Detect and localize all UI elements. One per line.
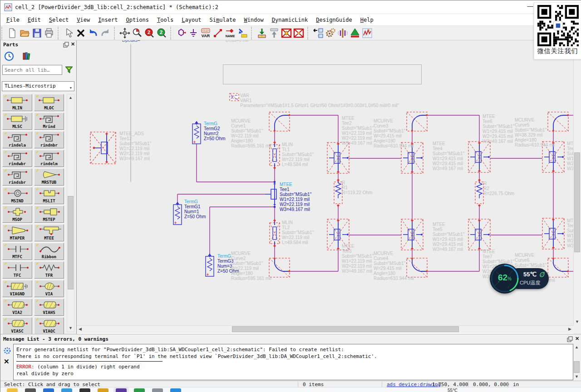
part-viaqc[interactable]: VIAQC: [34, 317, 64, 334]
scroll-up-icon[interactable]: ▲: [573, 344, 580, 351]
component-tee12[interactable]: [90, 132, 116, 164]
pop-out-button[interactable]: [268, 27, 280, 39]
component-curve1[interactable]: [269, 112, 290, 132]
part-mtfc[interactable]: MTFC: [2, 243, 32, 260]
schematic-to-layout-button[interactable]: [312, 27, 324, 39]
undo-button[interactable]: [87, 27, 99, 39]
menu-dynamiclink[interactable]: DynamicLink: [268, 15, 312, 24]
part-mloc[interactable]: MLOC: [34, 94, 64, 111]
component-label[interactable]: TermGTermG2Num=2Z=50 Ohm: [204, 121, 226, 141]
taskbar-app-circle-icon[interactable]: [61, 388, 72, 392]
part-msind[interactable]: MSIND: [2, 187, 32, 204]
new-button[interactable]: [6, 27, 18, 39]
simulate-button[interactable]: [349, 27, 361, 39]
component-tee7[interactable]: [468, 219, 490, 250]
part-rindela[interactable]: rindela: [2, 131, 32, 148]
taskbar-app-amber-icon[interactable]: [98, 388, 108, 392]
component-termg2[interactable]: [192, 121, 201, 144]
menu-help[interactable]: Help: [356, 15, 378, 24]
part-rindnbr[interactable]: rindnbr: [34, 131, 64, 148]
clear-messages-icon[interactable]: ✕: [4, 358, 11, 365]
cpu-monitor-widget[interactable]: 55℃ CPU温度 62%: [490, 264, 573, 295]
menu-window[interactable]: Window: [240, 15, 267, 24]
part-mtee[interactable]: MTEE: [34, 224, 64, 241]
component-label[interactable]: MLINTL1Subst="MSub1"W=22.119 milL=49.584…: [282, 142, 314, 167]
message-scrollbar[interactable]: ▲ ▼: [573, 344, 581, 380]
component-label[interactable]: MTEETee1Subst="MSub1"W1=22.119 milW2=22.…: [280, 182, 311, 212]
open-button[interactable]: [18, 27, 30, 39]
component-label[interactable]: MCURVECurve5Subst="MSub1"W=38.329 milAng…: [515, 118, 555, 147]
scroll-right-icon[interactable]: ▶: [566, 326, 573, 333]
scroll-down-icon[interactable]: ▼: [574, 318, 581, 325]
wire-button[interactable]: [212, 27, 224, 39]
close-panel-icon[interactable]: ✕: [574, 336, 580, 342]
menu-layout[interactable]: Layout: [177, 15, 205, 24]
filter-funnel-icon[interactable]: [64, 65, 74, 74]
component-termg3[interactable]: [206, 254, 214, 276]
component-label[interactable]: RR1R=119.22 Ohm: [342, 180, 372, 195]
push-into-hierarchy-button[interactable]: [256, 27, 268, 39]
deactivate-button[interactable]: [280, 27, 292, 39]
library-browser-icon[interactable]: [21, 51, 31, 61]
component-label[interactable]: MCURVECurve4Subst="MSub1"W=29.415 milAng…: [374, 251, 414, 281]
part-ribbon[interactable]: Ribbon: [34, 243, 64, 260]
message-settings-gear-icon[interactable]: [3, 347, 11, 355]
schematic-canvas[interactable]: Dpeaks=Delta=0 milVARVAR1Parameters="#MS…: [77, 40, 573, 325]
component-label[interactable]: Delta=0 mil: [226, 40, 248, 43]
canvas-horizontal-scrollbar[interactable]: ◀ ▶: [77, 325, 573, 333]
parts-scroll-thumb[interactable]: [68, 196, 74, 289]
part-mslit[interactable]: MSLIT: [34, 187, 64, 204]
part-msop[interactable]: MSOP: [2, 206, 32, 223]
close-panel-icon[interactable]: ✕: [70, 41, 76, 47]
taskbar-folder-icon[interactable]: [7, 388, 18, 392]
component-label[interactable]: MCURVECurve2Subst="MSub1"W=22.119 milAng…: [231, 251, 271, 281]
part-rindwbr[interactable]: rindwbr: [2, 150, 32, 167]
part-tfc[interactable]: TFC: [2, 261, 32, 279]
part-mstep[interactable]: MSTEP: [34, 206, 64, 223]
pan-button[interactable]: [118, 27, 131, 39]
part-via2[interactable]: VIA2: [2, 299, 32, 316]
scroll-up-icon[interactable]: ▲: [67, 94, 74, 101]
delete-button[interactable]: [74, 27, 87, 39]
library-category-select[interactable]: TLines-Microstrip ▾: [2, 81, 74, 91]
menu-simulate[interactable]: Simulate: [206, 15, 240, 24]
component-label[interactable]: MCURVECurve1Subst="MSub1"W=22.119 milAng…: [231, 118, 271, 148]
component-label[interactable]: MTEETee4Subst="MSub1"W1=29.415 milW2=29.…: [433, 141, 464, 171]
taskbar-search-icon[interactable]: [25, 388, 36, 392]
component-tee6[interactable]: [468, 142, 490, 172]
tune-button[interactable]: [336, 27, 349, 39]
component-label[interactable]: MTEETee9Subst=W1=3W2=3W3=4: [567, 218, 573, 248]
component-r1[interactable]: [334, 179, 342, 207]
redo-button[interactable]: [99, 27, 111, 39]
component-tee1[interactable]: [265, 183, 276, 206]
menu-view[interactable]: View: [73, 15, 94, 24]
component-label[interactable]: MTEE_ADSTee12Subst="MSub1"W1=22.119 milW…: [119, 131, 151, 161]
menu-file[interactable]: File: [2, 15, 24, 24]
part-viasc[interactable]: VIASC: [2, 317, 32, 334]
component-termg1[interactable]: [173, 202, 182, 225]
component-r2[interactable]: [475, 179, 483, 207]
name-button[interactable]: NAME: [224, 27, 236, 39]
menu-designguide[interactable]: DesignGuide: [312, 15, 356, 24]
deactivate-component-button[interactable]: [292, 27, 305, 39]
taskbar-app-gray-icon[interactable]: [152, 388, 163, 392]
part-mlin[interactable]: MLIN: [2, 94, 32, 111]
component-label[interactable]: MTEETee8Subst=W1=3W2=3W3=4: [567, 141, 573, 171]
component-tee2[interactable]: [327, 142, 349, 173]
part-rindelm[interactable]: rindelm: [34, 150, 64, 167]
canvas-hscroll-thumb[interactable]: [232, 326, 459, 332]
component-label[interactable]: MTEETee5Subst="MSub1"W1=29.415 milW2=29.…: [433, 222, 464, 252]
component-tl2[interactable]: [270, 219, 280, 247]
zoom-area-button[interactable]: [131, 27, 143, 39]
zoom-out-2x-button[interactable]: 2: [155, 27, 167, 39]
component-label[interactable]: MTEETee2Subst="MSub1"W1=22.119 milW2=22.…: [342, 116, 374, 146]
part-tfr[interactable]: TFR: [34, 261, 64, 279]
parts-scrollbar[interactable]: ▲ ▼: [67, 94, 74, 332]
menu-options[interactable]: Options: [122, 15, 153, 24]
menu-insert[interactable]: Insert: [94, 15, 122, 24]
part-mtaper[interactable]: MTAPER: [2, 224, 32, 241]
windows-taskbar[interactable]: 55℃: [0, 387, 581, 392]
component-label[interactable]: MTEETee6Subst="MSub1"W1=29.415 milW2=29.…: [483, 114, 514, 144]
component-label[interactable]: MLINTL2Subst="MSub1"W=22.119 milL=49.584…: [282, 220, 314, 245]
component-label[interactable]: TermGTermG1Num=1Z=50 Ohm: [184, 199, 206, 219]
